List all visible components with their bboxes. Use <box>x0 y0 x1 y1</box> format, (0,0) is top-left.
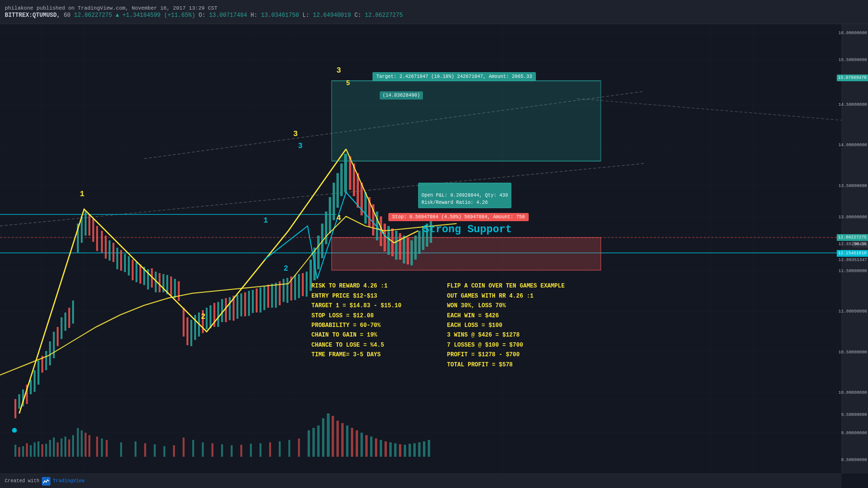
y-price-13: 13.00000000 <box>839 215 867 220</box>
svg-rect-79 <box>240 293 242 316</box>
y-axis: 16.00000000 15.50000000 15.07969478 14.5… <box>842 24 868 474</box>
svg-rect-154 <box>106 440 108 457</box>
svg-rect-147 <box>72 435 74 457</box>
svg-rect-182 <box>346 425 348 457</box>
svg-rect-22 <box>18 394 20 409</box>
wave-label-4: 4 <box>336 214 341 223</box>
svg-rect-164 <box>211 443 213 457</box>
svg-point-200 <box>12 428 17 433</box>
svg-rect-44 <box>105 236 107 259</box>
footer-brand-text: TradingView <box>53 478 85 484</box>
y-price-10: 10.00000000 <box>839 390 867 395</box>
svg-rect-120 <box>399 233 401 260</box>
svg-rect-88 <box>275 283 277 308</box>
svg-rect-84 <box>260 288 261 313</box>
close-val: 12.86227275 <box>365 12 403 19</box>
svg-rect-141 <box>49 440 51 457</box>
svg-rect-64 <box>183 308 185 337</box>
svg-rect-186 <box>365 435 368 457</box>
svg-rect-157 <box>144 443 146 457</box>
svg-rect-149 <box>81 430 83 457</box>
svg-rect-32 <box>57 327 59 346</box>
y-price-10-5: 10.50000000 <box>839 350 867 355</box>
svg-rect-74 <box>221 299 223 322</box>
svg-rect-53 <box>139 264 141 284</box>
svg-rect-51 <box>132 260 134 280</box>
svg-rect-171 <box>279 441 281 457</box>
svg-rect-47 <box>116 248 118 269</box>
low-label: L: <box>302 12 309 19</box>
svg-rect-133 <box>18 447 20 457</box>
svg-rect-66 <box>190 320 192 346</box>
wave-label-3c: 3 <box>336 66 341 75</box>
svg-rect-124 <box>414 236 417 260</box>
tradingview-icon <box>42 477 50 486</box>
svg-rect-63 <box>178 281 180 301</box>
svg-rect-137 <box>34 442 36 457</box>
svg-rect-34 <box>64 313 66 331</box>
svg-rect-85 <box>263 286 265 310</box>
high-label: H: <box>250 12 257 19</box>
svg-rect-75 <box>225 298 227 322</box>
svg-rect-181 <box>341 423 344 457</box>
svg-rect-78 <box>236 295 238 319</box>
y-price-8-5: 8.50000000 <box>841 458 867 463</box>
svg-rect-119 <box>395 231 397 260</box>
svg-rect-52 <box>136 262 137 282</box>
svg-rect-180 <box>336 421 339 457</box>
svg-rect-185 <box>360 433 363 457</box>
open-val: 13.00717484 <box>209 12 247 19</box>
svg-rect-140 <box>45 444 47 457</box>
svg-rect-58 <box>159 273 161 292</box>
svg-rect-166 <box>231 445 233 457</box>
svg-rect-151 <box>88 435 90 457</box>
svg-rect-61 <box>170 276 172 297</box>
svg-rect-81 <box>248 291 250 316</box>
svg-rect-146 <box>68 439 70 457</box>
svg-rect-183 <box>351 428 353 457</box>
svg-rect-36 <box>72 300 74 324</box>
svg-rect-162 <box>192 440 194 457</box>
svg-rect-152 <box>96 437 98 457</box>
svg-rect-196 <box>413 443 416 457</box>
close-label: C: <box>354 12 361 19</box>
svg-rect-123 <box>410 240 413 265</box>
svg-rect-175 <box>312 428 315 457</box>
svg-rect-40 <box>88 214 90 236</box>
y-price-12-65: 12.65298431 <box>839 242 867 247</box>
svg-rect-192 <box>394 443 397 457</box>
price-main: 12.86227275 <box>74 12 112 19</box>
svg-rect-163 <box>202 442 204 457</box>
svg-rect-159 <box>163 446 165 457</box>
open-label: O: <box>198 12 205 19</box>
svg-rect-43 <box>101 231 103 252</box>
svg-rect-71 <box>210 305 211 328</box>
svg-rect-39 <box>85 212 87 236</box>
y-price-16: 16.00000000 <box>839 31 867 36</box>
svg-rect-155 <box>120 442 122 457</box>
wave-label-2b: 2 <box>284 264 288 273</box>
low-val: 12.64940019 <box>313 12 351 19</box>
svg-rect-93 <box>294 275 296 300</box>
svg-rect-197 <box>418 442 421 457</box>
svg-rect-26 <box>34 370 36 392</box>
svg-rect-106 <box>344 154 347 192</box>
svg-rect-172 <box>288 440 290 457</box>
y-price-cyan: 12.15461810 <box>837 250 868 257</box>
svg-rect-135 <box>26 443 28 457</box>
svg-rect-103 <box>333 183 335 220</box>
svg-rect-80 <box>244 292 246 316</box>
svg-rect-161 <box>183 438 185 457</box>
risk-reward-text: RISK TO REWARD 4.26 :1 ENTRY PRICE $12-$… <box>311 272 401 360</box>
chart-area: 1 2 3 4 1 2 3 3 5 Target: 2.42671047 (19… <box>0 24 842 474</box>
y-price-9: 9.00000000 <box>841 431 867 436</box>
svg-rect-165 <box>221 444 223 457</box>
svg-rect-122 <box>407 238 409 264</box>
svg-rect-189 <box>380 440 382 457</box>
svg-rect-95 <box>302 273 304 296</box>
y-price-14-5: 14.50000000 <box>839 102 867 107</box>
svg-rect-90 <box>283 279 285 302</box>
svg-rect-96 <box>306 272 308 297</box>
svg-rect-174 <box>308 430 310 457</box>
svg-rect-187 <box>370 437 372 457</box>
